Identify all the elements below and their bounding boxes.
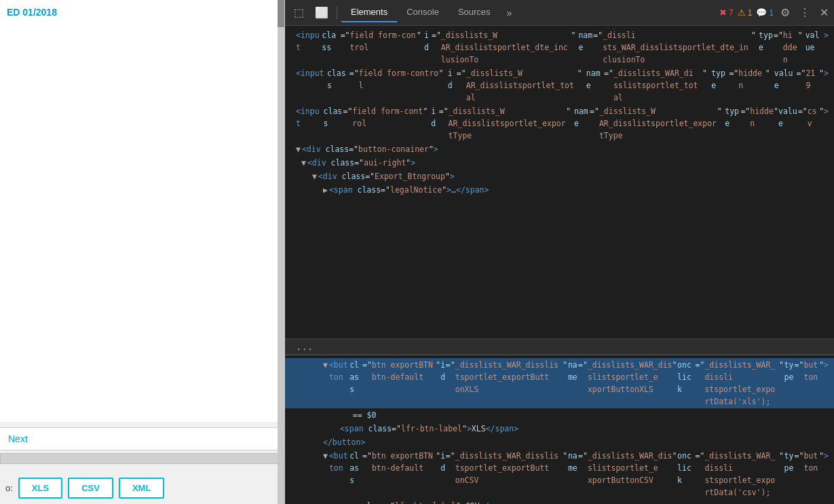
- tag-input-1: <input: [296, 29, 322, 66]
- warn-count: 1: [748, 8, 753, 18]
- collapse-triangle-6[interactable]: ▼: [312, 170, 317, 182]
- code-line-5[interactable]: ▼<div class="aui-right">: [285, 156, 834, 170]
- info-icon: 💬: [756, 7, 767, 18]
- xls-button[interactable]: XLS: [18, 478, 62, 499]
- collapse-triangle-5[interactable]: ▼: [301, 157, 306, 169]
- error-badge-button[interactable]: ✖ 7: [719, 7, 734, 18]
- tab-elements[interactable]: Elements: [341, 3, 397, 22]
- collapse-triangle-7[interactable]: ▶: [323, 184, 328, 196]
- export-label: o:: [5, 483, 13, 493]
- code-line-7[interactable]: ▶<span class="legalNotice">…</span>: [285, 183, 834, 197]
- left-scrollbar[interactable]: [278, 0, 284, 504]
- more-options-button[interactable]: ⋮: [797, 3, 813, 22]
- info-badge-button[interactable]: 💬 1: [756, 7, 774, 18]
- more-tabs-button[interactable]: »: [501, 5, 518, 21]
- left-panel-top: ED 01/2018: [0, 0, 284, 422]
- collapse-triangle-xls[interactable]: ▼: [323, 359, 328, 408]
- code-line-3[interactable]: <input class="field form-control" id="_d…: [285, 104, 834, 142]
- divider-row: ...: [285, 338, 834, 355]
- left-panel: ED 01/2018 Next o: XLS CSV XML: [0, 0, 285, 504]
- left-scrollbar-thumb[interactable]: [278, 0, 284, 27]
- collapse-triangle-4[interactable]: ▼: [296, 143, 301, 155]
- warn-badge-button[interactable]: ⚠ 1: [738, 7, 753, 18]
- devtools-toolbar: ⬚ ⬜ Elements Console Sources » ✖ 7 ⚠ 1 💬…: [285, 0, 834, 26]
- scrollbar-area[interactable]: [0, 453, 284, 464]
- code-line-2[interactable]: <input class="field form-control" id="_d…: [285, 66, 834, 104]
- code-line-xls-close[interactable]: </button>: [285, 435, 834, 449]
- equals-sign: ==: [334, 409, 366, 421]
- cursor-icon: ⬚: [294, 6, 304, 19]
- left-panel-mid: Next: [0, 422, 284, 472]
- close-button[interactable]: ✕: [817, 3, 831, 22]
- code-line-xls-span[interactable]: ▶ <span class="lfr-btn-label">XLS</span>: [285, 422, 834, 435]
- code-line-csv-button[interactable]: ▼<button class="btn exportBTN btn-defaul…: [285, 449, 834, 499]
- code-line-xls-button[interactable]: ▼<button class="btn exportBTN btn-defaul…: [285, 358, 834, 408]
- collapse-triangle-csv[interactable]: ▼: [323, 450, 328, 499]
- code-line-csv-span[interactable]: <span class="lfr-btn-label">CSV</span>: [285, 499, 834, 504]
- code-view-upper: <input class="field form-control" id="_d…: [285, 26, 834, 199]
- code-line-dollar: == $0: [285, 408, 834, 422]
- devtools-tabs: Elements Console Sources: [341, 3, 500, 22]
- error-count: 7: [729, 8, 734, 18]
- next-button[interactable]: Next: [0, 427, 284, 450]
- code-line-1[interactable]: <input class="field form-control" id="_d…: [285, 28, 834, 66]
- toolbar-separator: [337, 6, 337, 20]
- devtools-content-upper[interactable]: <input class="field form-control" id="_d…: [285, 26, 834, 338]
- dollar-zero: $0: [366, 409, 376, 421]
- tab-console[interactable]: Console: [397, 3, 449, 22]
- close-icon: ✕: [820, 7, 829, 18]
- settings-button[interactable]: ⚙: [778, 3, 793, 22]
- device-icon-button[interactable]: ⬜: [311, 2, 333, 24]
- gear-icon: ⚙: [780, 7, 790, 18]
- code-line-6[interactable]: ▼<div class="Export_Btngroup">: [285, 170, 834, 183]
- tab-sources[interactable]: Sources: [449, 3, 500, 22]
- code-view-lower: ▼<button class="btn exportBTN btn-defaul…: [285, 355, 834, 504]
- cursor-icon-button[interactable]: ⬚: [288, 2, 309, 24]
- export-row: o: XLS CSV XML: [0, 472, 284, 504]
- left-arrow: ▶: [334, 423, 339, 435]
- info-count: 1: [769, 8, 774, 18]
- warn-icon: ⚠: [738, 7, 746, 18]
- three-dots: ...: [290, 341, 313, 352]
- more-vert-icon: ⋮: [799, 7, 810, 18]
- devtools-panel: ⬚ ⬜ Elements Console Sources » ✖ 7 ⚠ 1 💬…: [285, 0, 834, 504]
- toolbar-right: ✖ 7 ⚠ 1 💬 1 ⚙ ⋮ ✕: [719, 3, 831, 22]
- date-label: ED 01/2018: [7, 7, 57, 18]
- device-icon: ⬜: [315, 6, 328, 19]
- error-icon: ✖: [719, 7, 727, 18]
- csv-button[interactable]: CSV: [68, 478, 113, 499]
- code-line-4[interactable]: ▼<div class="button-conainer">: [285, 142, 834, 156]
- xml-button[interactable]: XML: [119, 478, 164, 499]
- devtools-content-lower[interactable]: ▼<button class="btn exportBTN btn-defaul…: [285, 355, 834, 504]
